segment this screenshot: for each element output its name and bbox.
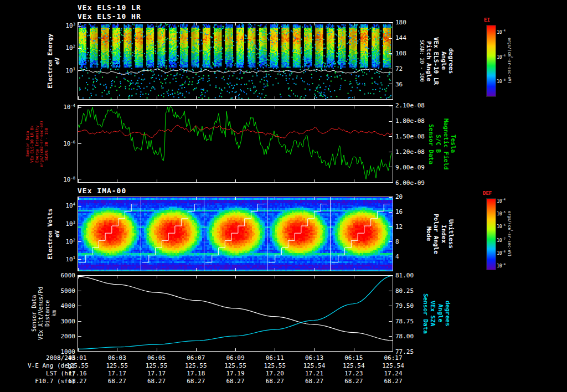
axis-label-line: Sensor Data	[422, 275, 429, 352]
time-tick-label: 06:01	[68, 354, 86, 362]
panel4-right-ticks: 81.0080.2579.5078.7578.0077.25	[395, 275, 419, 352]
table-cell: 68.27	[68, 378, 86, 385]
axis-label-line: ergs/(cm2-sr-sec-eV)	[39, 105, 44, 183]
tick-label: 10-7	[497, 238, 506, 243]
time-tick-label: 06:15	[344, 354, 363, 362]
axis-label-line: Polar Angle	[432, 197, 440, 271]
axis-label-line: Magnetic Field	[442, 105, 449, 183]
table-cell: 68.27	[147, 378, 166, 385]
axis-label-line: Electron Volts	[47, 197, 54, 271]
table-cell: 17.20	[266, 370, 284, 377]
tick-label: 10-5	[497, 211, 506, 216]
table-cell: 68.27	[384, 378, 402, 385]
tick-label: 102	[65, 44, 75, 51]
tick-label: 10-6	[63, 140, 75, 147]
axis-label-line: VEx Alt/Venus/Pd	[38, 275, 44, 352]
table-cell: 68.27	[108, 378, 126, 385]
panel3-right-ticks: 20161284	[395, 197, 412, 271]
panel2-right-axis-label: Sensor DataS/C BMagnetic FieldTesla	[427, 105, 457, 183]
table-cell: 17.16	[68, 370, 86, 377]
axis-label-line: Sensor Data	[25, 105, 30, 183]
tick-label: 2000	[61, 333, 76, 339]
table-cell: 68.27	[187, 378, 205, 385]
axis-label-line: VEx ELS-10 LR Bk	[30, 105, 34, 183]
tick-label: 104	[65, 202, 75, 209]
table-cell: 17.19	[226, 370, 244, 377]
ephemeris-table: V-E Ang (deg)125.55125.55125.55125.55125…	[0, 362, 567, 392]
title-els10-hr: VEx ELS-10 HR	[78, 12, 141, 20]
time-tick-label: 06:11	[266, 354, 284, 362]
table-row-label: LST (hr)	[0, 370, 75, 377]
tick-label: 78.75	[395, 318, 414, 324]
tick-label: 1000	[61, 349, 76, 355]
tick-label: 180	[395, 19, 406, 25]
axis-label-line: Sensor Data	[31, 275, 38, 352]
tick-label: 16	[395, 209, 403, 215]
table-cell: 125.55	[66, 362, 89, 369]
axis-label-line: Sensor Data	[427, 105, 435, 183]
tick-label: 9.00e-09	[395, 164, 425, 171]
axis-label-line: Angle	[440, 22, 447, 100]
panel3-right-axis-label: ModePolar AngleIndexUnitless	[425, 197, 455, 271]
table-cell: 68.27	[305, 378, 323, 385]
axis-label-line: VEx ELS-10 LR	[432, 22, 440, 100]
tick-label: 6.00e-09	[395, 180, 425, 186]
colorbar-els-unit: ergs/(cm2-sr-sec-eV)	[507, 23, 513, 97]
table-cell: 17.21	[305, 370, 323, 377]
colorbar-ima-unit-text: ergs/(cm2-sr-sec-eV)	[507, 197, 513, 271]
time-tick-label: 06:07	[187, 354, 205, 362]
panel2-y-axis-label: Sensor DataVEx ELS-10 LR BkEnergy Intens…	[25, 105, 49, 183]
tick-label: 12	[395, 224, 403, 230]
intensity-bfield-canvas	[78, 105, 393, 183]
table-cell: 125.54	[303, 362, 326, 369]
tick-label: 10-4	[497, 29, 506, 35]
tick-label: 2.10e-08	[395, 102, 425, 109]
tick-label: 1.20e-08	[395, 149, 425, 155]
tick-label: 10-9	[497, 263, 506, 269]
axis-label-line: S/C B	[435, 105, 442, 183]
time-tick-label: 06:09	[226, 354, 244, 362]
table-cell: 125.54	[382, 362, 404, 369]
tick-label: 10-8	[497, 79, 506, 85]
tick-label: 8	[395, 239, 399, 245]
colorbar-els	[486, 25, 496, 97]
table-cell: 125.55	[106, 362, 128, 369]
tick-label: 108	[395, 50, 406, 56]
tick-label: 10-6	[497, 224, 506, 229]
tick-label: 72	[395, 66, 403, 72]
table-cell: 125.55	[185, 362, 207, 369]
tick-label: 101	[65, 256, 75, 263]
colorbar-ima	[486, 198, 496, 270]
axis-label-line: Index	[440, 197, 447, 271]
time-tick-label: 06:17	[384, 354, 402, 362]
tick-label: 4	[395, 254, 399, 260]
table-cell: 125.55	[224, 362, 246, 369]
table-cell: 125.54	[343, 362, 365, 369]
panel1-right-axis-subtitle: SCAN: 20 - 300	[419, 22, 425, 100]
axis-label-line: degrees	[447, 22, 455, 100]
axis-label-line: Angle	[436, 275, 444, 352]
panel3-left-ticks: 104103102101	[54, 197, 75, 271]
table-row-label: F10.7 (sfu)	[0, 378, 75, 385]
tick-label: 1.50e-08	[395, 133, 425, 140]
table-row-label: V-E Ang (deg)	[0, 362, 75, 369]
colorbar-ima-title: DEF	[483, 190, 492, 196]
axis-label-line: SCAN: 20 - 150	[44, 105, 49, 183]
panel2-right-ticks: 2.10e-081.80e-081.50e-081.20e-089.00e-09…	[395, 105, 426, 183]
time-axis: 06:0106:0306:0506:0706:0906:1106:1306:15…	[0, 354, 567, 362]
colorbar-els-unit-text: ergs/(cm2-sr-sec-eV)	[507, 23, 513, 97]
table-cell: 68.27	[344, 378, 363, 385]
tick-label: 10-4	[63, 103, 75, 110]
panel4-y-axis-label: Sensor DataVEx Alt/Venus/PdDistancekm	[31, 275, 58, 352]
table-cell: 17.23	[344, 370, 363, 377]
tick-label: 81.00	[395, 272, 414, 278]
colorbar-els-title: EI	[484, 17, 490, 23]
tick-label: 3000	[61, 318, 76, 324]
els10-spectrogram-canvas	[78, 22, 393, 100]
panel2-left-ticks: 10-410-610-8	[54, 105, 75, 183]
tick-label: 144	[395, 35, 406, 41]
tick-label: 6000	[61, 272, 76, 278]
tick-label: 1.80e-08	[395, 118, 425, 124]
panel1-left-ticks: 103102101	[54, 22, 75, 100]
tick-label: 103	[65, 22, 75, 29]
